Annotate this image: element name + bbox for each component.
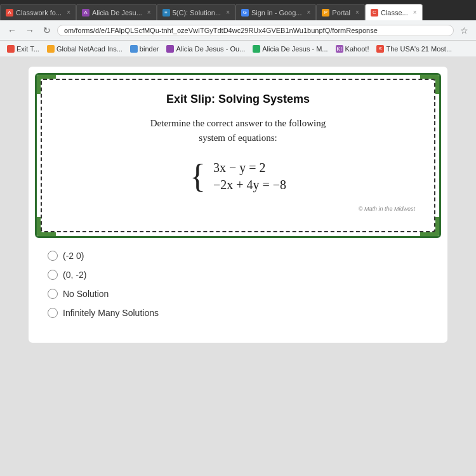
equation-1: 3x − y = 2 (213, 161, 286, 175)
bookmark-usa-icon: € (376, 45, 384, 53)
choice-2[interactable]: (0, -2) (48, 270, 435, 280)
choice-3-radio[interactable] (48, 289, 58, 299)
address-bar: ← → ↻ om/forms/d/e/1FAlpQLScfMQu-tnhf_oz… (0, 20, 476, 41)
tab-signin-close[interactable]: × (307, 9, 310, 16)
answer-choices: (-2 0) (0, -2) No Solution Infinitely Ma… (29, 244, 447, 330)
tab-alicia[interactable]: A Alicia De Jesu... × (76, 4, 157, 20)
card-subtitle-line1: Determine the correct answer to the foll… (150, 118, 326, 128)
tab-solution-label: 5(C): Solution... (173, 9, 221, 17)
bookmark-exit-icon (7, 45, 15, 53)
tab-portal-label: Portal (332, 9, 350, 17)
bookmark-usa-label: The USA's 21 Most... (386, 45, 452, 53)
tab-portal[interactable]: P Portal × (316, 4, 365, 20)
tab-portal-icon: P (322, 9, 329, 17)
card-subtitle: Determine the correct answer to the foll… (61, 116, 415, 145)
bookmark-exit[interactable]: Exit T... (4, 44, 43, 53)
choice-1-label: (-2 0) (63, 251, 84, 261)
card-subtitle-line2: system of equations: (199, 133, 277, 143)
card-inner: Exit Slip: Solving Systems Determine the… (41, 79, 435, 232)
choice-3[interactable]: No Solution (48, 289, 435, 299)
browser-window: A Classwork fo... × A Alicia De Jesu... … (0, 0, 476, 57)
forward-button[interactable]: → (23, 24, 37, 37)
tab-signin-label: Sign in - Goog... (251, 9, 302, 17)
form-container: Exit Slip: Solving Systems Determine the… (29, 67, 447, 343)
bookmark-netacad-icon (47, 45, 55, 53)
bookmark-kahoot-icon: K! (336, 45, 343, 53)
address-input[interactable]: om/forms/d/e/1FAlpQLScfMQu-tnhf_ozeVwITG… (57, 25, 454, 36)
tab-alicia-label: Alicia De Jesu... (92, 9, 142, 17)
refresh-button[interactable]: ↻ (41, 24, 53, 37)
choice-1[interactable]: (-2 0) (48, 251, 435, 261)
bookmark-alicia-m[interactable]: Alicia De Jesus - M... (249, 44, 331, 53)
choice-3-label: No Solution (63, 289, 109, 299)
equations: 3x − y = 2 −2x + 4y = −8 (213, 161, 286, 192)
bookmark-kahoot[interactable]: K! Kahoot! (333, 44, 373, 53)
bookmark-alicia-m-icon (253, 45, 260, 53)
tab-signin-icon: G (241, 9, 249, 17)
tab-alicia-icon: A (82, 9, 89, 17)
bookmark-button[interactable]: ☆ (458, 24, 471, 37)
choice-1-radio[interactable] (48, 251, 58, 261)
bookmark-binder-label: binder (140, 45, 159, 53)
tab-bar: A Classwork fo... × A Alicia De Jesu... … (0, 0, 476, 20)
bookmark-netacad-label: Global NetAcad Ins... (56, 45, 122, 53)
bookmark-kahoot-label: Kahoot! (345, 45, 369, 53)
brace-symbol: { (190, 160, 206, 193)
tab-classwork-label: Classwork fo... (16, 9, 62, 17)
tab-solution-icon: ≡ (162, 9, 170, 17)
bookmark-alicia-m-label: Alicia De Jesus - M... (262, 45, 327, 53)
bookmarks-bar: Exit T... Global NetAcad Ins... binder A… (0, 41, 476, 57)
choice-2-label: (0, -2) (63, 270, 86, 280)
choice-2-radio[interactable] (48, 270, 58, 280)
tab-portal-close[interactable]: × (355, 9, 359, 16)
tab-classes-label: Classe... (381, 9, 408, 17)
choice-4-radio[interactable] (48, 308, 58, 318)
copyright: © Math in the Midwest (61, 206, 415, 212)
page-content: Exit Slip: Solving Systems Determine the… (0, 57, 476, 476)
problem-card: Exit Slip: Solving Systems Determine the… (35, 73, 441, 238)
bookmark-binder[interactable]: binder (127, 44, 162, 53)
tab-classes-close[interactable]: × (413, 9, 417, 16)
tab-classwork-close[interactable]: × (67, 9, 70, 16)
bookmark-exit-label: Exit T... (17, 45, 39, 53)
bookmark-netacad[interactable]: Global NetAcad Ins... (44, 44, 126, 53)
tab-classes[interactable]: C Classe... × (365, 4, 423, 20)
bookmark-alicia-ou[interactable]: Alicia De Jesus - Ou... (163, 44, 248, 53)
tab-classes-icon: C (371, 9, 378, 17)
tab-solution-close[interactable]: × (226, 9, 230, 16)
tab-signin[interactable]: G Sign in - Goog... × (235, 4, 316, 20)
equation-2: −2x + 4y = −8 (213, 178, 286, 192)
back-button[interactable]: ← (5, 24, 19, 37)
bookmark-binder-icon (130, 45, 138, 53)
tab-classwork[interactable]: A Classwork fo... × (0, 4, 76, 20)
choice-4[interactable]: Infinitely Many Solutions (48, 308, 435, 318)
tab-alicia-close[interactable]: × (147, 9, 151, 16)
equations-container: { 3x − y = 2 −2x + 4y = −8 (61, 160, 415, 193)
choice-4-label: Infinitely Many Solutions (63, 308, 159, 318)
bookmark-alicia-ou-label: Alicia De Jesus - Ou... (176, 45, 245, 53)
bookmark-usa[interactable]: € The USA's 21 Most... (373, 44, 455, 53)
tab-solution[interactable]: ≡ 5(C): Solution... × (157, 4, 235, 20)
tab-classwork-icon: A (6, 9, 13, 17)
bookmark-alicia-ou-icon (166, 45, 174, 53)
card-title: Exit Slip: Solving Systems (61, 93, 415, 106)
